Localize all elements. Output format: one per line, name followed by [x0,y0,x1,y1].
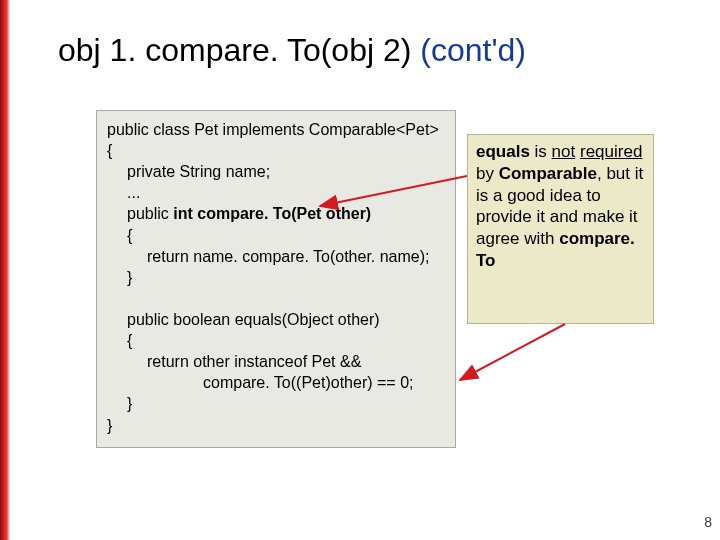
slide-title: obj 1. compare. To(obj 2) (cont'd) [58,32,526,69]
code-line: public int compare. To(Pet other) [107,203,445,224]
code-line: ... [107,182,445,203]
code-line: } [107,393,445,414]
slide-accent-stripe [0,0,10,540]
code-line: private String name; [107,161,445,182]
code-line: { [107,225,445,246]
code-line: compare. To((Pet)other) == 0; [107,372,445,393]
note-required: required [580,142,642,161]
method-sig: compare. To(Pet other) [193,205,371,222]
note-comparable: Comparable [499,164,597,183]
code-line: public boolean equals(Object other) [107,309,445,330]
code-line: public class Pet implements Comparable<P… [107,119,445,140]
code-line: return name. compare. To(other. name); [107,246,445,267]
note-equals: equals [476,142,530,161]
title-black: obj 1. compare. To(obj 2) [58,32,420,68]
blank-line [107,288,445,309]
code-line: { [107,330,445,351]
note-text: is [530,142,552,161]
code-line: } [107,267,445,288]
arrow-to-equals [460,324,565,380]
kw-int: int [173,205,193,222]
kw: public [127,205,173,222]
page-number: 8 [704,514,712,530]
code-line: } [107,415,445,436]
code-line: { [107,140,445,161]
note-text: by [476,164,499,183]
code-listing: public class Pet implements Comparable<P… [96,110,456,448]
title-blue: (cont'd) [420,32,526,68]
code-line: return other instanceof Pet && [107,351,445,372]
note-not: not [552,142,576,161]
annotation-box: equals is not required by Comparable, bu… [467,134,654,324]
